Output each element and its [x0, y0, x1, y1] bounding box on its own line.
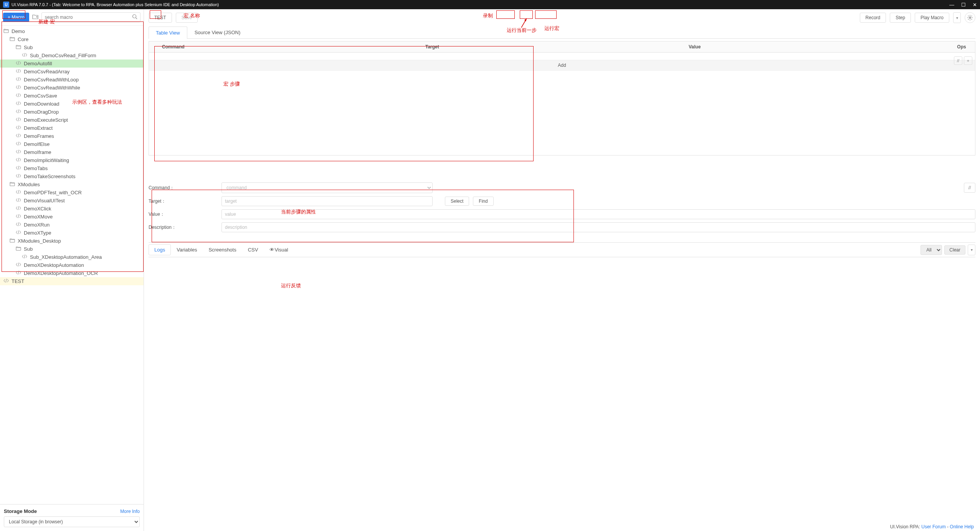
tab-table-view[interactable]: Table View: [149, 26, 187, 39]
tree-item-demoextract[interactable]: DemoExtract: [0, 124, 144, 132]
log-filter-select[interactable]: All: [921, 245, 942, 255]
code-icon: [15, 141, 21, 147]
tree-item-demopdftest-with-ocr[interactable]: DemoPDFTest_with_OCR: [0, 189, 144, 197]
tree-item-democsvsave[interactable]: DemoCsvSave: [0, 92, 144, 100]
tab-logs[interactable]: Logs: [149, 244, 171, 255]
maximize-icon[interactable]: ☐: [961, 2, 966, 8]
code-icon: [15, 174, 21, 179]
code-icon: [15, 93, 21, 99]
tree-item-democsvreadwithloop[interactable]: DemoCsvReadWithLoop: [0, 76, 144, 84]
tree-item-demovisualuitest[interactable]: DemoVisualUITest: [0, 197, 144, 205]
add-step-button[interactable]: Add: [149, 60, 975, 71]
tree-item-democsvreadarray[interactable]: DemoCsvReadArray: [0, 68, 144, 76]
tree-item-demodownload[interactable]: DemoDownload: [0, 100, 144, 108]
command-select[interactable]: command: [221, 182, 433, 193]
add-row-button[interactable]: +: [964, 56, 972, 65]
step-button[interactable]: Step: [890, 13, 911, 23]
sidebar: + Macro DemoCoreSubSub_DemoCsvRead_FillF…: [0, 9, 144, 531]
steps-grid[interactable]: Add: [149, 53, 975, 155]
app-icon: U: [3, 2, 9, 8]
tree-item-sub[interactable]: Sub: [0, 43, 144, 51]
tree-item-label: Core: [18, 36, 28, 42]
play-macro-button[interactable]: Play Macro: [915, 13, 949, 23]
tree-item-label: DemoVisualUITest: [24, 198, 65, 203]
titlebar: U UI.Vision RPA 7.0.7 - (Tab: Welcome to…: [0, 0, 980, 9]
tree-item-sub-democsvread-fillform[interactable]: Sub_DemoCsvRead_FillForm: [0, 51, 144, 60]
folder-open-icon: [9, 238, 15, 244]
description-input[interactable]: [221, 222, 975, 232]
comment-button[interactable]: //: [964, 183, 975, 193]
code-icon: [21, 254, 28, 260]
target-input[interactable]: [221, 196, 433, 206]
tree-item-demoexecutescript[interactable]: DemoExecuteScript: [0, 116, 144, 124]
tree-item-demoifelse[interactable]: DemoIfElse: [0, 140, 144, 148]
record-button[interactable]: Record: [860, 13, 886, 23]
tree-item-demo[interactable]: Demo: [0, 27, 144, 35]
new-folder-icon[interactable]: [32, 14, 38, 21]
clear-dropdown-icon[interactable]: ▾: [968, 245, 975, 255]
tree-item-demoxclick[interactable]: DemoXClick: [0, 205, 144, 213]
clear-button[interactable]: Clear: [944, 245, 965, 255]
code-icon: [15, 85, 21, 91]
tree-item-demodragdrop[interactable]: DemoDragDrop: [0, 108, 144, 116]
tree-item-democsvreadwithwhile[interactable]: DemoCsvReadWithWhile: [0, 84, 144, 92]
tree-item-label: DemoCsvReadWithWhile: [24, 85, 80, 91]
user-forum-link[interactable]: User Forum: [921, 524, 945, 529]
storage-more-link[interactable]: More Info: [120, 509, 140, 514]
tree-item-demoautofill[interactable]: DemoAutofill: [0, 60, 144, 68]
tree-item-xmodules-desktop[interactable]: XModules_Desktop: [0, 237, 144, 245]
value-label: Value：: [149, 211, 218, 218]
value-input[interactable]: [221, 209, 975, 219]
storage-mode-title: Storage Mode: [4, 508, 37, 514]
tree-item-demoxmove[interactable]: DemoXMove: [0, 213, 144, 221]
tree-item-label: DemoIframe: [24, 149, 51, 155]
svg-point-0: [133, 15, 136, 18]
tree-item-demoiframe[interactable]: DemoIframe: [0, 148, 144, 156]
save-button[interactable]: Save: [176, 13, 198, 23]
footer: UI.Vision RPA: User Forum - Online Help: [149, 522, 975, 529]
tree-item-xmodules[interactable]: XModules: [0, 180, 144, 189]
tab-visual[interactable]: 👁Visual: [264, 244, 294, 255]
find-button[interactable]: Find: [473, 197, 493, 206]
tree-item-demoxrun[interactable]: DemoXRun: [0, 221, 144, 229]
tree-item-label: DemoCsvSave: [24, 93, 57, 99]
tree-item-sub[interactable]: Sub: [0, 245, 144, 253]
col-value: Value: [685, 41, 948, 52]
comment-toggle-button[interactable]: //: [954, 56, 962, 65]
select-button[interactable]: Select: [445, 197, 469, 206]
code-icon: [21, 53, 28, 58]
folder-open-icon: [15, 246, 21, 252]
tree-item-test[interactable]: TEST: [0, 277, 144, 285]
macro-tree[interactable]: DemoCoreSubSub_DemoCsvRead_FillFormDemoA…: [0, 26, 144, 504]
tree-item-label: DemoTakeScreenshots: [24, 174, 75, 179]
tree-item-demotakescreenshots[interactable]: DemoTakeScreenshots: [0, 172, 144, 180]
tree-item-label: DemoXRun: [24, 222, 50, 228]
tree-item-core[interactable]: Core: [0, 35, 144, 43]
tab-variables[interactable]: Variables: [171, 244, 203, 255]
search-input[interactable]: [41, 12, 140, 22]
tree-item-demoxtype[interactable]: DemoXType: [0, 229, 144, 237]
tab-source-view[interactable]: Source View (JSON): [187, 26, 248, 38]
folder-open-icon: [15, 45, 21, 50]
tab-screenshots[interactable]: Screenshots: [203, 244, 242, 255]
folder-open-icon: [3, 28, 9, 34]
tree-item-label: DemoImplicitWaiting: [24, 157, 69, 163]
close-icon[interactable]: ✕: [973, 2, 977, 8]
tree-item-demotabs[interactable]: DemoTabs: [0, 164, 144, 172]
command-label: Command：: [149, 185, 218, 191]
tree-item-sub-xdesktopautomation-area[interactable]: Sub_XDesktopAutomation_Area: [0, 253, 144, 261]
tree-item-label: Sub: [24, 246, 33, 252]
description-label: Description：: [149, 224, 218, 231]
online-help-link[interactable]: Online Help: [950, 524, 974, 529]
tree-item-demoxdesktopautomation-ocr[interactable]: DemoXDesktopAutomation_OCR: [0, 269, 144, 277]
tree-item-demoimplicitwaiting[interactable]: DemoImplicitWaiting: [0, 156, 144, 164]
macro-name-field[interactable]: TEST: [149, 13, 172, 23]
settings-icon[interactable]: [965, 12, 975, 23]
new-macro-button[interactable]: + Macro: [3, 13, 29, 22]
tree-item-demoframes[interactable]: DemoFrames: [0, 132, 144, 140]
tree-item-demoxdesktopautomation[interactable]: DemoXDesktopAutomation: [0, 261, 144, 269]
tab-csv[interactable]: CSV: [242, 244, 264, 255]
storage-select[interactable]: Local Storage (in browser): [4, 516, 140, 527]
minimize-icon[interactable]: —: [949, 2, 954, 8]
play-dropdown-icon[interactable]: ▾: [953, 12, 961, 23]
